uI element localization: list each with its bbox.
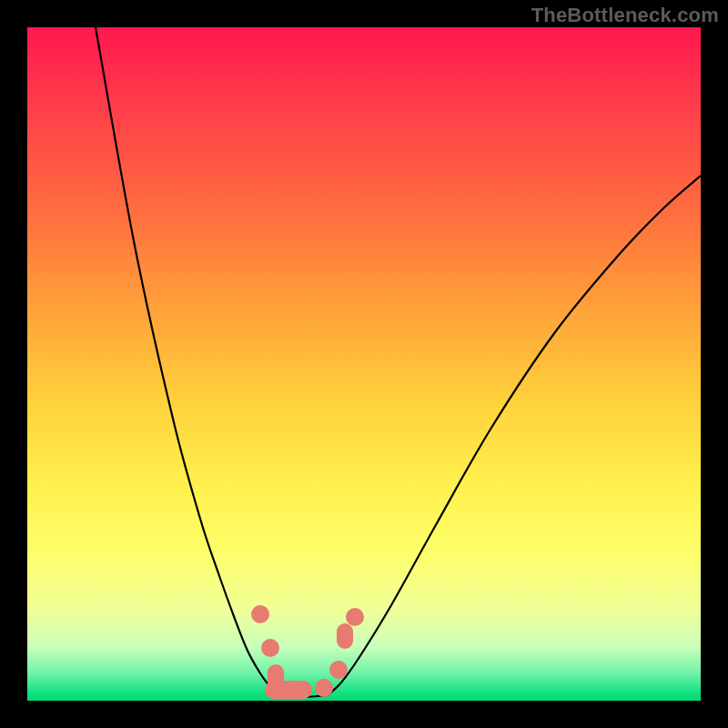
data-marker (315, 679, 333, 697)
marker-group (251, 605, 364, 699)
chart-frame: TheBottleneck.com (0, 0, 728, 728)
curve-right (328, 176, 701, 695)
data-marker (337, 623, 353, 649)
data-marker (265, 681, 312, 699)
curve-left (96, 27, 278, 695)
data-marker (346, 608, 364, 626)
data-marker (329, 661, 348, 679)
data-marker (251, 605, 269, 623)
watermark-text: TheBottleneck.com (531, 4, 719, 27)
curve-layer (27, 27, 701, 701)
data-marker (261, 639, 279, 657)
plot-area (27, 27, 701, 701)
